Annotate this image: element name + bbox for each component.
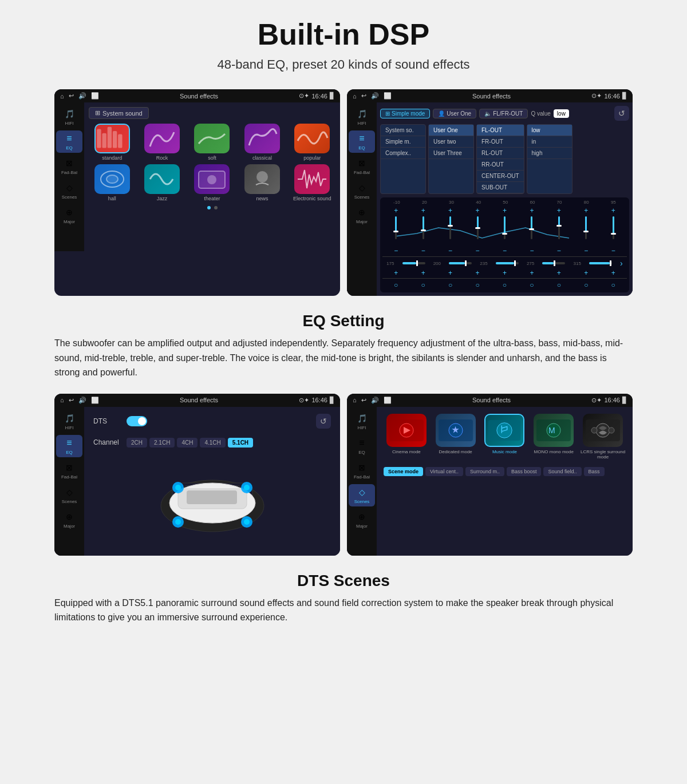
dts-reset-btn[interactable]: ↺ [316, 414, 331, 429]
slider-track-5[interactable] [504, 216, 506, 239]
dp-sub-out[interactable]: SUB-OUT [477, 182, 524, 193]
plus-1[interactable]: + [394, 207, 398, 215]
dp-q-in[interactable]: in [527, 136, 572, 148]
plus-7[interactable]: + [557, 207, 561, 215]
window-icon-2[interactable]: ⬜ [384, 92, 392, 100]
sidebar-hifi-3[interactable]: 🎵 HIFI [56, 410, 82, 433]
ch-41ch[interactable]: 4.1CH [200, 438, 225, 448]
plus-2[interactable]: + [421, 207, 425, 215]
mode-cinema[interactable]: Cinema mode [384, 414, 429, 460]
dp-center-out[interactable]: CENTER-OUT [477, 171, 524, 182]
h-plus-2[interactable]: + [421, 269, 425, 277]
reset-btn[interactable]: ↺ [614, 106, 629, 121]
dp-user-three[interactable]: User Three [429, 148, 473, 159]
dp-simple-m[interactable]: Simple m. [381, 136, 425, 148]
sidebar-eq-2[interactable]: ≡ EQ [349, 130, 375, 153]
minus-8[interactable]: − [584, 247, 588, 255]
h-plus-6[interactable]: + [530, 269, 534, 277]
effect-jazz[interactable]: Jazz [139, 164, 185, 201]
h-plus-5[interactable]: + [503, 269, 507, 277]
effect-standard[interactable]: standard [89, 124, 135, 161]
sidebar-hifi[interactable]: 🎵 HIFI [56, 106, 82, 128]
system-sound-btn[interactable]: ⊞ System sound [89, 107, 149, 119]
h-plus-1[interactable]: + [394, 269, 398, 277]
volume-icon-3[interactable]: 🔊 [78, 397, 86, 404]
dp-user-one[interactable]: User One [429, 125, 473, 136]
sidebar-scenes[interactable]: ◇ Scenes [56, 180, 82, 202]
mode-mono[interactable]: M MONO mono mode [531, 414, 577, 460]
dts-toggle[interactable] [127, 416, 147, 426]
dp-system-so[interactable]: System so. [381, 125, 425, 136]
user-dropdown-btn[interactable]: 👤 User One [433, 109, 476, 118]
plus-8[interactable]: + [584, 207, 588, 215]
effect-theater[interactable]: theater [189, 164, 235, 201]
volume-icon[interactable]: 🔊 [78, 92, 86, 100]
dp-rl-out[interactable]: RL-OUT [477, 148, 524, 159]
plus-9[interactable]: + [611, 207, 615, 215]
minus-9[interactable]: − [611, 247, 615, 255]
effect-news[interactable]: news [239, 164, 285, 201]
scene-btn-scene-mode[interactable]: Scene mode [384, 467, 423, 476]
slider-track-2[interactable] [423, 216, 424, 239]
scene-btn-bass-boost[interactable]: Bass boost [507, 467, 542, 476]
mode-music[interactable]: Music mode [482, 414, 528, 460]
effect-rock[interactable]: Rock [139, 124, 185, 161]
volume-icon-4[interactable]: 🔊 [371, 397, 379, 404]
scene-btn-bass[interactable]: Bass [584, 467, 605, 476]
sidebar-fadbal-3[interactable]: ⊠ Fad-Bal [56, 460, 82, 482]
sidebar-scenes-4[interactable]: ◇ Scenes [349, 484, 375, 506]
h-slider-1[interactable] [402, 262, 425, 264]
dp-fl-out[interactable]: FL-OUT [477, 125, 524, 136]
sidebar-scenes-2[interactable]: ◇ Scenes [349, 180, 375, 202]
minus-7[interactable]: − [557, 247, 561, 255]
h-slider-3[interactable] [496, 262, 519, 264]
effect-hall[interactable]: hall [89, 164, 135, 201]
sidebar-major-3[interactable]: ⊕ Major [56, 509, 82, 531]
minus-5[interactable]: − [503, 247, 507, 255]
slider-track-8[interactable] [585, 216, 587, 239]
sidebar-fadbal-4[interactable]: ⊠ Fad-Bal [349, 460, 375, 482]
effect-soft[interactable]: soft [189, 124, 235, 161]
scene-btn-surround[interactable]: Surround m.. [465, 467, 504, 476]
sidebar-fadbal[interactable]: ⊠ Fad-Bal [56, 155, 82, 177]
slider-track-4[interactable] [477, 216, 479, 239]
back-icon-3[interactable]: ↩ [69, 397, 74, 404]
dp-q-low[interactable]: low [527, 125, 572, 136]
output-dropdown-btn[interactable]: 🔈 FL/FR-OUT [479, 109, 528, 118]
q-value-btn[interactable]: low [554, 109, 569, 118]
dp-rr-out[interactable]: RR-OUT [477, 159, 524, 171]
h-plus-9[interactable]: + [611, 269, 615, 277]
next-arrow[interactable]: › [620, 259, 623, 268]
sidebar-hifi-2[interactable]: 🎵 HIFI [349, 106, 375, 128]
ch-21ch[interactable]: 2.1CH [149, 438, 175, 448]
ch-51ch[interactable]: 5.1CH [228, 438, 253, 448]
plus-4[interactable]: + [476, 207, 480, 215]
h-plus-3[interactable]: + [448, 269, 452, 277]
slider-track-1[interactable] [395, 216, 397, 239]
dot-2[interactable] [214, 206, 218, 209]
mode-lcrs[interactable]: LCRS single surround mode [580, 414, 626, 460]
window-icon-4[interactable]: ⬜ [384, 397, 392, 404]
dp-complex[interactable]: Complex.. [381, 148, 425, 159]
minus-1[interactable]: − [394, 247, 398, 255]
effect-classical[interactable]: classical [239, 124, 285, 161]
sidebar-major-4[interactable]: ⊕ Major [349, 509, 375, 531]
sidebar-eq-4[interactable]: ≡ EQ [349, 435, 375, 457]
mode-dedicated[interactable]: ★ Dedicated mode [433, 414, 479, 460]
back-icon-2[interactable]: ↩ [361, 92, 366, 100]
sidebar-hifi-4[interactable]: 🎵 HIFI [349, 410, 375, 433]
home-icon-3[interactable]: ⌂ [60, 397, 64, 403]
h-slider-4[interactable] [542, 262, 565, 264]
ch-2ch[interactable]: 2CH [127, 438, 147, 448]
ch-4ch[interactable]: 4CH [177, 438, 198, 448]
dp-user-two[interactable]: User two [429, 136, 473, 148]
sidebar-fadbal-2[interactable]: ⊠ Fad-Bal [349, 155, 375, 177]
window-icon-3[interactable]: ⬜ [91, 397, 99, 404]
h-plus-4[interactable]: + [476, 269, 480, 277]
h-plus-8[interactable]: + [584, 269, 588, 277]
volume-icon-2[interactable]: 🔊 [371, 92, 379, 100]
plus-3[interactable]: + [448, 207, 452, 215]
minus-2[interactable]: − [421, 247, 425, 255]
sidebar-major-2[interactable]: ⊕ Major [349, 204, 375, 227]
home-icon-2[interactable]: ⌂ [353, 93, 357, 100]
